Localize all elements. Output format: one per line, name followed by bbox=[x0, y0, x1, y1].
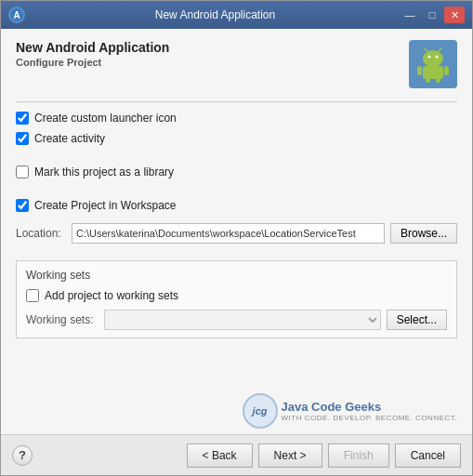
page-header: New Android Application Configure Projec… bbox=[16, 40, 457, 88]
location-row: Location: Browse... bbox=[16, 223, 457, 244]
library-checkbox[interactable] bbox=[16, 165, 29, 178]
location-input[interactable] bbox=[72, 223, 385, 244]
titlebar: A New Android Application — □ ✕ bbox=[1, 1, 472, 29]
dialog-footer: ? < Back Next > Finish Cancel bbox=[1, 434, 472, 475]
help-button[interactable]: ? bbox=[12, 445, 33, 466]
back-button[interactable]: < Back bbox=[187, 443, 253, 468]
add-ws-label-row[interactable]: Add project to working sets bbox=[26, 289, 178, 302]
svg-rect-9 bbox=[444, 66, 449, 75]
window-title: New Android Application bbox=[31, 8, 400, 21]
svg-rect-8 bbox=[417, 66, 422, 75]
create-activity-checkbox[interactable] bbox=[16, 132, 29, 145]
jcg-logo: jcg Java Code Geeks With Code. Develop. … bbox=[243, 393, 457, 429]
cancel-button[interactable]: Cancel bbox=[395, 443, 461, 468]
svg-point-3 bbox=[428, 56, 431, 59]
jcg-tagline: With Code. Develop. Become. Connect. bbox=[282, 414, 457, 422]
jcg-text-block: Java Code Geeks With Code. Develop. Beco… bbox=[282, 400, 457, 422]
svg-rect-11 bbox=[436, 78, 440, 83]
location-label: Location: bbox=[16, 227, 66, 240]
svg-line-6 bbox=[439, 48, 441, 51]
header-divider bbox=[16, 101, 457, 102]
browse-button[interactable]: Browse... bbox=[390, 223, 457, 244]
ws-select[interactable] bbox=[104, 310, 381, 330]
close-button[interactable]: ✕ bbox=[444, 7, 465, 23]
page-title-row: New Android Application Configure Projec… bbox=[16, 40, 457, 88]
form-section: Create custom launcher icon Create activ… bbox=[16, 112, 457, 338]
title-text-block: New Android Application Configure Projec… bbox=[16, 40, 169, 68]
workspace-label: Create Project in Workspace bbox=[34, 199, 177, 212]
ws-sets-label: Working sets: bbox=[26, 313, 99, 326]
section-gap-2 bbox=[16, 186, 457, 192]
page-title-text: New Android Application bbox=[16, 40, 169, 55]
main-window: A New Android Application — □ ✕ New Andr… bbox=[0, 0, 473, 476]
svg-point-4 bbox=[436, 56, 439, 59]
launcher-icon-label: Create custom launcher icon bbox=[34, 112, 177, 125]
launcher-icon-checkbox[interactable] bbox=[16, 112, 29, 125]
create-activity-row[interactable]: Create activity bbox=[16, 132, 457, 145]
workspace-row[interactable]: Create Project in Workspace bbox=[16, 199, 457, 212]
svg-point-2 bbox=[423, 50, 443, 67]
add-ws-label: Add project to working sets bbox=[45, 289, 178, 302]
minimize-button[interactable]: — bbox=[400, 7, 420, 23]
android-logo bbox=[409, 40, 457, 88]
jcg-circle-text: jcg bbox=[253, 405, 268, 416]
select-button[interactable]: Select... bbox=[387, 310, 447, 330]
launcher-icon-row[interactable]: Create custom launcher icon bbox=[16, 112, 457, 125]
finish-button[interactable]: Finish bbox=[328, 443, 389, 468]
jcg-circle: jcg bbox=[243, 393, 278, 429]
library-row[interactable]: Mark this project as a library bbox=[16, 165, 457, 178]
working-sets-section: Working sets Add project to working sets… bbox=[16, 260, 457, 338]
add-ws-checkbox[interactable] bbox=[26, 289, 39, 302]
library-label: Mark this project as a library bbox=[34, 165, 174, 178]
app-icon: A bbox=[8, 7, 25, 23]
section-gap-1 bbox=[16, 152, 457, 158]
jcg-name: Java Code Geeks bbox=[282, 400, 457, 414]
svg-line-5 bbox=[425, 48, 427, 51]
svg-rect-10 bbox=[426, 78, 430, 83]
next-button[interactable]: Next > bbox=[258, 443, 322, 468]
page-subtitle: Configure Project bbox=[16, 57, 169, 68]
add-to-ws-row: Add project to working sets bbox=[26, 289, 447, 302]
svg-rect-7 bbox=[423, 66, 443, 79]
logo-area: jcg Java Code Geeks With Code. Develop. … bbox=[16, 338, 457, 434]
workspace-checkbox[interactable] bbox=[16, 199, 29, 212]
svg-text:A: A bbox=[13, 10, 20, 20]
dialog-content: New Android Application Configure Projec… bbox=[1, 29, 472, 434]
create-activity-label: Create activity bbox=[34, 132, 105, 145]
ws-select-row: Working sets: Select... bbox=[26, 310, 447, 330]
window-controls: — □ ✕ bbox=[400, 7, 465, 23]
working-sets-title: Working sets bbox=[26, 269, 447, 282]
maximize-button[interactable]: □ bbox=[422, 7, 442, 23]
